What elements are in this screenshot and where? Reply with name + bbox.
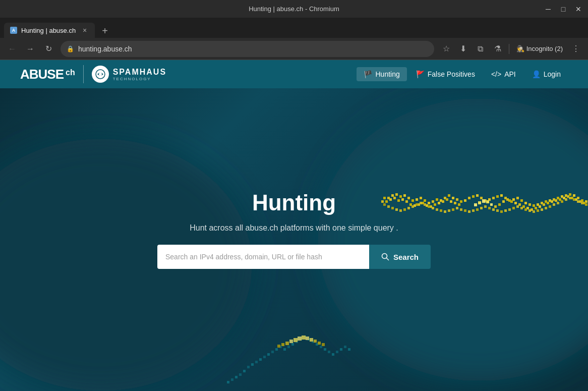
svg-rect-46 [553,198,555,201]
security-lock-icon: 🔒 [67,45,74,52]
bookmark-button[interactable]: ☆ [438,41,454,57]
svg-rect-132 [500,210,503,213]
svg-rect-27 [476,194,479,197]
incognito-label: Incognito (2) [526,45,563,52]
svg-rect-19 [444,197,446,199]
svg-rect-41 [533,204,535,207]
incognito-badge[interactable]: 🕵 Incognito (2) [512,43,567,54]
refresh-button[interactable]: ↻ [40,41,56,57]
menu-button[interactable]: ⋮ [568,41,584,57]
svg-rect-177 [320,346,322,348]
svg-rect-97 [563,197,565,199]
svg-rect-156 [235,376,238,378]
svg-rect-146 [557,202,559,204]
svg-rect-143 [545,207,547,209]
svg-rect-72 [450,200,452,203]
svg-rect-167 [279,346,282,348]
svg-rect-88 [526,207,529,209]
hero-content: Hunting Hunt across all abuse.ch platfor… [157,190,431,269]
svg-rect-184 [348,348,350,351]
svg-rect-191 [302,336,306,340]
svg-rect-195 [318,342,321,345]
svg-rect-98 [567,195,569,198]
svg-rect-149 [569,197,571,199]
svg-rect-93 [547,202,549,204]
svg-rect-155 [231,378,233,381]
svg-rect-43 [541,202,543,204]
svg-rect-130 [492,208,495,211]
svg-rect-25 [468,197,471,199]
svg-rect-37 [516,197,519,199]
svg-rect-48 [561,195,563,198]
search-button[interactable]: Search [369,245,431,269]
lab-button[interactable]: ⚗ [490,41,506,57]
svg-rect-148 [565,198,567,201]
svg-rect-182 [340,348,342,351]
browser-toolbar: ← → ↻ 🔒 hunting.abuse.ch ☆ ⬇ ⧉ ⚗ 🕵 Incog… [0,38,588,60]
svg-rect-179 [328,351,330,353]
site-logo: ABUSE ch SPAMHAUS TECHNOLOGY [20,65,166,83]
svg-rect-22 [456,198,458,201]
svg-rect-121 [456,207,458,209]
new-tab-button[interactable]: + [98,24,112,38]
nav-false-positives-link[interactable]: 🚩 False Positives [409,67,482,81]
svg-rect-125 [472,209,475,212]
search-input[interactable] [157,245,369,269]
svg-rect-187 [285,342,289,345]
back-button[interactable]: ← [4,41,20,57]
svg-rect-31 [492,197,495,199]
nav-api-link[interactable]: </> API [484,67,523,81]
svg-rect-91 [539,205,541,208]
forward-button[interactable]: → [22,41,38,57]
svg-rect-36 [512,198,515,201]
spamhaus-text: SPAMHAUS TECHNOLOGY [113,68,166,81]
site-nav: ABUSE ch SPAMHAUS TECHNOLOGY [0,60,588,88]
tab-close-button[interactable]: × [81,26,89,34]
svg-rect-23 [460,200,462,203]
svg-rect-186 [281,343,284,346]
svg-rect-45 [549,199,551,202]
svg-rect-122 [460,208,462,211]
svg-rect-89 [531,208,533,211]
svg-rect-137 [520,207,523,209]
svg-rect-142 [541,208,543,211]
abusech-logo: ABUSE ch [20,67,75,82]
search-btn-label: Search [393,253,419,261]
nav-hunting-link[interactable]: 🏴 Hunting [357,67,406,81]
svg-rect-38 [520,199,523,202]
svg-rect-92 [543,203,545,206]
svg-rect-68 [434,203,436,206]
close-button[interactable]: ✕ [575,6,582,13]
active-tab[interactable]: A Hunting | abuse.ch × [4,23,95,38]
hero-section: Hunting Hunt across all abuse.ch platfor… [0,88,588,391]
svg-rect-29 [484,199,487,202]
svg-rect-145 [553,203,555,206]
svg-rect-95 [555,199,557,202]
minimize-button[interactable]: ─ [545,6,552,13]
nav-links: 🏴 Hunting 🚩 False Positives </> API 👤 Lo… [357,67,568,81]
svg-rect-176 [316,343,318,346]
address-bar[interactable]: 🔒 hunting.abuse.ch [61,41,434,57]
svg-rect-123 [464,209,466,212]
search-icon [381,253,389,261]
svg-rect-83 [506,198,509,201]
svg-rect-20 [448,194,450,197]
svg-rect-126 [476,208,479,211]
svg-rect-39 [524,202,527,204]
svg-rect-120 [452,208,454,211]
spamhaus-name: SPAMHAUS [113,68,166,77]
download-button[interactable]: ⬇ [455,41,472,57]
svg-rect-131 [496,209,499,212]
nav-login-link[interactable]: 👤 Login [525,67,568,81]
spamhaus-logo: SPAMHAUS TECHNOLOGY [92,66,166,83]
svg-rect-18 [440,199,442,202]
svg-rect-77 [482,199,486,203]
tab-favicon: A [10,27,17,34]
svg-rect-159 [247,366,250,368]
extension-button[interactable]: ⧉ [473,41,489,57]
svg-rect-163 [263,356,266,358]
svg-rect-101 [579,200,581,203]
svg-rect-119 [448,209,450,212]
svg-rect-196 [322,343,325,346]
maximize-button[interactable]: □ [560,6,567,13]
